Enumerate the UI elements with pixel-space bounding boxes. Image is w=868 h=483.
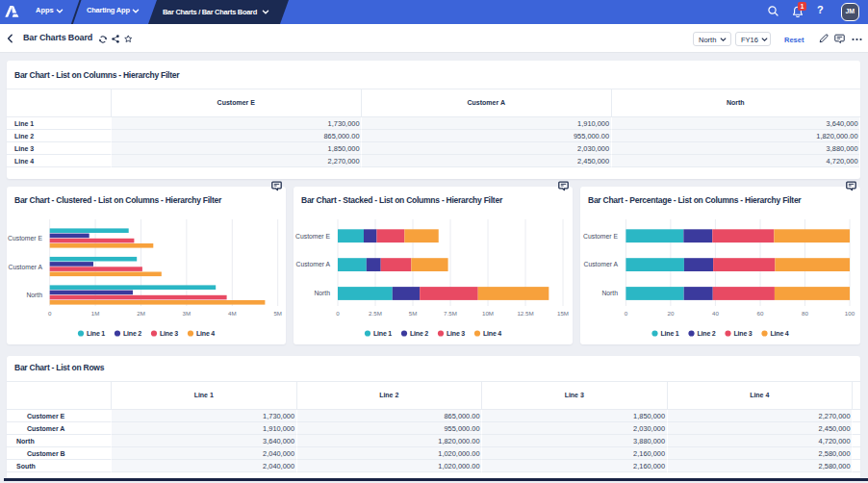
svg-text:Line 2: Line 2	[698, 330, 716, 337]
svg-text:Line 4: Line 4	[196, 330, 215, 337]
svg-text:Line 1: Line 1	[661, 330, 679, 337]
svg-text:Line 2: Line 2	[123, 330, 141, 337]
svg-text:Line 3: Line 3	[734, 330, 753, 337]
svg-text:Line 3: Line 3	[447, 330, 465, 337]
svg-text:Line 4: Line 4	[771, 330, 789, 337]
svg-text:Line 1: Line 1	[87, 330, 105, 337]
svg-text:Line 4: Line 4	[483, 330, 501, 337]
svg-text:Line 1: Line 1	[373, 330, 392, 337]
svg-text:Line 2: Line 2	[410, 330, 428, 337]
svg-text:Line 3: Line 3	[160, 330, 178, 337]
